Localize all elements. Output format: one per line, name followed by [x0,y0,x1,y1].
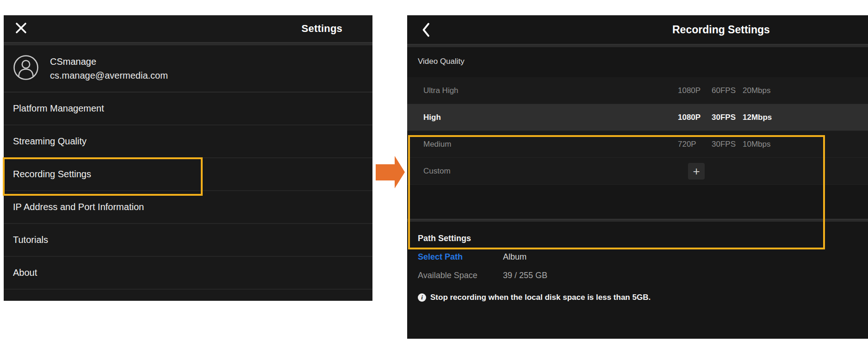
quality-bitrate: 20Mbps [743,86,784,95]
menu-item-label: About [13,267,37,278]
menu-item-label: Streaming Quality [13,136,87,147]
recording-settings-title: Recording Settings [672,24,770,36]
avatar-icon [13,55,39,82]
menu-item-label: Tutorials [13,235,48,245]
menu-item-recording-settings[interactable]: Recording Settings [4,158,372,191]
settings-header: Settings [4,15,372,42]
plus-icon: + [693,164,700,178]
menu-item-about[interactable]: About [4,257,372,290]
arrow-right-icon [376,156,405,189]
quality-row-medium[interactable]: Medium 720P 30FPS 10Mbps [407,131,868,158]
info-icon: i [418,293,426,302]
recording-settings-panel: Recording Settings Video Quality Ultra H… [407,15,868,339]
page: Settings CSmanage cs.manage@avermedia.co… [0,0,868,354]
path-settings-section: Path Settings Select Path Album Availabl… [407,234,868,302]
disk-space-note-text: Stop recording when the local disk space… [430,293,651,302]
menu-item-label: Recording Settings [13,169,91,180]
menu-item-tutorials[interactable]: Tutorials [4,224,372,257]
video-quality-list: Ultra High 1080P 60FPS 20Mbps High 1080P… [407,77,868,185]
quality-row-custom[interactable]: Custom + [407,158,868,185]
quality-label: Medium [407,140,451,149]
disk-space-note: i Stop recording when the local disk spa… [418,293,868,302]
settings-title: Settings [302,23,342,35]
select-path-row: Select Path Album [418,252,868,262]
quality-label: Custom [407,167,451,176]
arrow-body [376,164,395,180]
menu-item-platform-management[interactable]: Platform Management [4,93,372,125]
profile-row[interactable]: CSmanage cs.manage@avermedia.com [4,45,372,92]
settings-panel: Settings CSmanage cs.manage@avermedia.co… [4,15,372,301]
recording-settings-header: Recording Settings [407,15,868,44]
divider [407,219,868,222]
quality-row-high[interactable]: High 1080P 30FPS 12Mbps [407,104,868,131]
profile-text: CSmanage cs.manage@avermedia.com [50,56,168,81]
close-icon [15,22,27,36]
close-button[interactable] [15,22,27,36]
menu-item-streaming-quality[interactable]: Streaming Quality [4,125,372,158]
quality-fps: 30FPS [712,140,743,149]
quality-bitrate: 10Mbps [743,140,784,149]
quality-values: 1080P 60FPS 20Mbps [678,86,784,95]
video-quality-label: Video Quality [418,57,868,67]
select-path-link[interactable]: Select Path [418,252,503,262]
menu-item-label: IP Address and Port Information [13,202,144,212]
profile-email: cs.manage@avermedia.com [50,70,168,81]
path-settings-heading: Path Settings [418,234,868,243]
quality-resolution: 720P [678,140,712,149]
settings-menu: Platform Management Streaming Quality Re… [4,93,372,290]
available-space-value: 39 / 255 GB [503,271,547,280]
quality-resolution: 1080P [678,113,712,122]
chevron-left-icon [422,22,430,39]
quality-label: Ultra High [407,86,459,95]
arrow-head [395,156,405,188]
quality-values: 1080P 30FPS 12Mbps [678,113,784,122]
quality-fps: 60FPS [712,86,743,95]
back-button[interactable] [422,22,430,39]
selected-path-value: Album [503,252,527,262]
quality-values: 720P 30FPS 10Mbps [678,140,784,149]
quality-row-ultra-high[interactable]: Ultra High 1080P 60FPS 20Mbps [407,77,868,104]
menu-item-ip-address-port[interactable]: IP Address and Port Information [4,191,372,224]
available-space-row: Available Space 39 / 255 GB [418,271,868,280]
quality-label: High [407,113,441,122]
menu-item-label: Platform Management [13,103,104,114]
profile-name: CSmanage [50,56,168,67]
available-space-label: Available Space [418,271,503,280]
quality-fps: 30FPS [712,113,743,122]
divider [4,42,372,45]
quality-bitrate: 12Mbps [743,113,784,122]
quality-resolution: 1080P [678,86,712,95]
add-custom-quality-button[interactable]: + [688,163,705,180]
divider [407,44,868,47]
